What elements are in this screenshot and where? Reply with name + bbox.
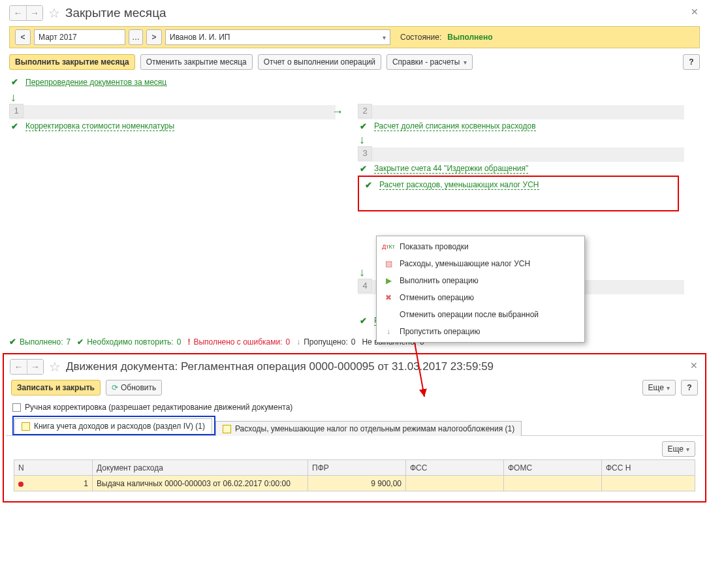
step-4-number: 4 [358,279,372,293]
more-button[interactable]: Еще ▾ [642,380,676,395]
references-label: Справки - расчеты [392,57,460,67]
run-close-month-button[interactable]: Выполнить закрытие месяца [9,54,135,70]
menu-skip-operation[interactable]: ↓ Пропустить операцию [377,323,584,340]
menu-label: Отменить операции после выбранной [400,310,539,319]
step-1-link[interactable]: Корректировка стоимости номенклатуры [25,121,174,131]
check-icon: ✔ [9,337,16,347]
check-icon: ✔ [358,121,369,131]
status-done-count: 7 [66,337,71,347]
highlighted-step-box: ✔ Расчет расходов, уменьшающих налог УСН [358,176,679,211]
tab-kudir-section4[interactable]: Книга учета доходов и расходов (раздел I… [14,418,212,434]
movements-table-wrap: N Документ расхода ПФР ФСС ФОМС ФСС Н 1 … [6,459,703,499]
more-label: Еще [668,444,684,454]
col-doc[interactable]: Документ расхода [93,460,308,476]
menu-show-entries[interactable]: ДтКт Показать проводки [377,238,584,255]
status-bar: ✔ Выполнено: 7 ✔ Необходимо повторить: 0… [0,333,709,353]
organization-value: Иванов И. И. ИП [170,33,230,42]
page-title: Закрытие месяца [65,6,166,20]
status-errors-label: Выполнено с ошибками: [193,337,282,347]
close-icon[interactable]: ✕ [690,360,698,371]
step-3b-link[interactable]: Расчет расходов, уменьшающих налог УСН [379,180,539,190]
refresh-icon: ⟳ [112,383,118,392]
skip-icon: ↓ [296,337,300,347]
col-pfr[interactable]: ПФР [308,460,406,476]
period-prev-button[interactable]: < [15,29,31,45]
period-next-button[interactable]: > [146,29,162,45]
favorite-star-icon[interactable]: ☆ [49,359,61,375]
menu-label: Расходы, уменьшающие налог УСН [400,259,530,268]
more-label: Еще [648,383,664,392]
save-and-close-button[interactable]: Записать и закрыть [11,380,101,395]
step-1-number: 1 [9,104,24,118]
check-icon: ✔ [9,77,20,87]
status-skip-label: Пропущено: [304,337,348,347]
col-fss[interactable]: ФСС [406,460,504,476]
period-value: Март 2017 [39,33,77,42]
col-n[interactable]: N [14,460,93,476]
nav-back-button[interactable]: ← [10,360,27,374]
step-3a-link[interactable]: Закрытие счета 44 "Издержки обращения" [374,164,528,174]
menu-cancel-operation[interactable]: ✖ Отменить операцию [377,289,584,306]
cancel-icon: ✖ [383,293,394,302]
references-button[interactable]: Справки - расчеты ▾ [386,54,473,70]
period-input[interactable]: Март 2017 [34,29,125,45]
report-icon: ▤ [383,259,394,268]
chevron-down-icon: ▾ [686,446,689,453]
step-2-link[interactable]: Расчет долей списания косвенных расходов [374,121,536,131]
steps-col-1: 1 ✔ Корректировка стоимости номенклатуры [9,105,336,328]
steps-area: ✔ Перепроведение документов за месяц ↓ 1… [0,77,709,333]
skip-icon: ↓ [383,327,394,336]
tab-expenses-regimes[interactable]: Расходы, уменьшающие налог по отдельным … [215,421,522,436]
table-toolbar: Еще ▾ [6,436,703,459]
col-fssn[interactable]: ФСС Н [602,460,695,476]
step-2-number: 2 [358,104,372,118]
menu-cancel-after[interactable]: Отменить операции после выбранной [377,306,584,323]
arrow-down-icon: ↓ [10,91,700,104]
movements-tabs: Книга учета доходов и расходов (раздел I… [6,416,703,436]
repeat-icon: ✔ [77,337,84,347]
refresh-label: Обновить [121,383,156,392]
menu-label: Отменить операцию [400,293,474,302]
close-icon[interactable]: ✕ [691,7,699,17]
status-repeat-count: 0 [177,337,181,347]
register-icon [223,425,231,433]
status-done-label: Выполнено: [20,337,63,347]
manual-edit-checkbox[interactable] [12,403,21,412]
context-menu: ДтКт Показать проводки ▤ Расходы, уменьш… [376,236,585,343]
step-3-number: 3 [358,146,372,161]
organization-select[interactable]: Иванов И. И. ИП ▾ [165,29,390,45]
more-button-2[interactable]: Еще ▾ [662,441,695,457]
state-value: Выполнено [447,33,492,42]
nav-back-button[interactable]: ← [10,6,26,20]
reposting-link[interactable]: Перепроведение документов за месяц [25,78,166,87]
tab-label: Книга учета доходов и расходов (раздел I… [34,422,205,431]
cancel-close-month-button[interactable]: Отменить закрытие месяца [140,54,253,70]
help-button[interactable]: ? [681,380,698,395]
manual-edit-label: Ручная корректировка (разрешает редактир… [25,403,292,412]
cell-foms [504,476,602,491]
favorite-star-icon[interactable]: ☆ [48,5,60,21]
error-icon: ! [187,337,190,347]
check-icon: ✔ [358,164,369,174]
menu-run-operation[interactable]: ▶ Выполнить операцию [377,272,584,289]
table-row[interactable]: 1 Выдача наличных 0000-000003 от 06.02.2… [14,476,695,491]
operations-report-button[interactable]: Отчет о выполнении операций [258,54,381,70]
menu-expenses-report[interactable]: ▤ Расходы, уменьшающие налог УСН [377,255,584,272]
cell-fss [406,476,504,491]
movements-table: N Документ расхода ПФР ФСС ФОМС ФСС Н 1 … [14,459,695,491]
help-button[interactable]: ? [683,54,700,70]
nav-forward-button[interactable]: → [26,6,42,20]
header-bar: ← → ☆ Закрытие месяца ✕ [0,0,709,25]
col-foms[interactable]: ФОМС [504,460,602,476]
arrow-right-icon: → [332,105,343,119]
period-picker-button[interactable]: … [129,29,143,45]
refresh-button[interactable]: ⟳ Обновить [106,380,162,395]
nav-forward-button[interactable]: → [27,360,43,374]
period-toolbar: < Март 2017 … > Иванов И. И. ИП ▾ Состоя… [9,26,700,48]
manual-edit-row: Ручная корректировка (разрешает редактир… [6,401,703,416]
movements-title: Движения документа: Регламентная операци… [66,360,494,373]
chevron-down-icon: ▾ [383,34,386,41]
menu-label: Пропустить операцию [400,327,480,336]
check-icon: ✔ [358,316,369,326]
nav-buttons-2: ← → [10,359,44,375]
